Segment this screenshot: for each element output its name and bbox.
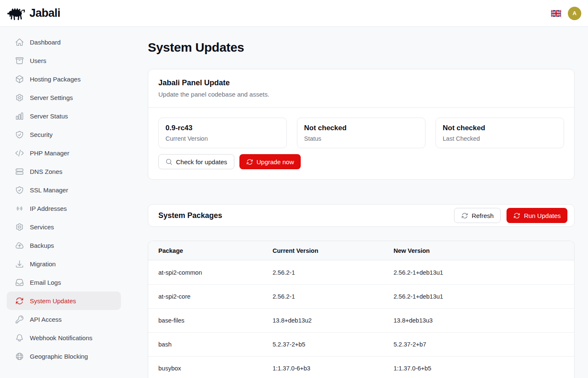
shield-check-icon — [15, 186, 24, 194]
sidebar-item-geographic-blocking[interactable]: Geographic Blocking — [7, 347, 121, 365]
system-packages-header-card: System Packages Refresh Run Updates — [148, 204, 575, 227]
stat-value: Not checked — [443, 124, 557, 132]
refresh-packages-button[interactable]: Refresh — [454, 208, 501, 223]
table-row: base-files13.8+deb13u213.8+deb13u3 — [148, 308, 574, 332]
sidebar-item-label: Security — [30, 131, 52, 138]
globe-icon — [15, 352, 24, 361]
refresh-icon — [15, 297, 24, 305]
brand[interactable]: Jabali — [7, 5, 60, 21]
package-name-cell: at-spi2-common — [148, 269, 262, 276]
sidebar-item-php-manager[interactable]: PHP Manager — [7, 144, 121, 162]
code-icon — [15, 149, 24, 158]
stat-label: Status — [304, 135, 418, 142]
server-stack-icon — [15, 167, 24, 176]
sidebar-item-webhook-notifications[interactable]: Webhook Notifications — [7, 328, 121, 347]
sidebar-item-label: DNS Zones — [30, 168, 63, 175]
refresh-icon — [461, 212, 468, 219]
current-version-cell: 2.56.2-1 — [262, 269, 383, 276]
user-avatar[interactable]: A — [568, 7, 581, 20]
page-title: System Updates — [148, 40, 575, 55]
sidebar-item-dns-zones[interactable]: DNS Zones — [7, 162, 121, 181]
sidebar-item-api-access[interactable]: API Access — [7, 310, 121, 328]
download-icon — [15, 260, 24, 268]
package-name-cell: busybox — [148, 365, 262, 372]
column-header-current-version: Current Version — [262, 247, 383, 254]
package-name-cell: bash — [148, 341, 262, 348]
stat-box-status: Not checkedStatus — [297, 118, 425, 148]
column-header-new-version: New Version — [383, 247, 574, 254]
sidebar-item-migration[interactable]: Migration — [7, 255, 121, 273]
sidebar-item-label: IP Addresses — [30, 205, 67, 212]
sidebar-item-label: Users — [30, 57, 46, 64]
sidebar-item-dashboard[interactable]: Dashboard — [7, 33, 121, 51]
panel-update-title: Jabali Panel Update — [158, 79, 564, 87]
sidebar-item-label: Email Logs — [30, 279, 61, 286]
current-version-cell: 5.2.37-2+b5 — [262, 341, 383, 348]
archive-box-icon — [15, 56, 24, 65]
run-updates-button[interactable]: Run Updates — [507, 208, 567, 223]
panel-update-subtitle: Update the panel codebase and assets. — [158, 91, 564, 98]
refresh-icon — [513, 212, 520, 219]
check-for-updates-button[interactable]: Check for updates — [158, 154, 234, 169]
sidebar-item-label: Geographic Blocking — [30, 353, 88, 360]
cube-icon — [15, 75, 24, 84]
sidebar-item-hosting-packages[interactable]: Hosting Packages — [7, 70, 121, 88]
sidebar-item-label: Server Status — [30, 113, 68, 120]
gear-icon — [15, 93, 24, 102]
gear-icon — [15, 223, 24, 231]
table-row: at-spi2-common2.56.2-12.56.2-1+deb13u1 — [148, 260, 574, 284]
sidebar-item-users[interactable]: Users — [7, 51, 121, 70]
sidebar-item-label: Services — [30, 223, 54, 231]
new-version-cell: 2.56.2-1+deb13u1 — [383, 293, 574, 300]
signal-icon — [15, 204, 24, 213]
version-stats: 0.9-rc43Current VersionNot checkedStatus… — [158, 118, 564, 148]
sidebar-item-label: Migration — [30, 260, 56, 268]
stat-value: 0.9-rc43 — [165, 124, 280, 132]
package-name-cell: at-spi2-core — [148, 293, 262, 300]
home-icon — [15, 38, 24, 47]
new-version-cell: 1:1.37.0-6+b5 — [383, 365, 574, 372]
inbox-icon — [15, 278, 24, 287]
search-icon — [165, 158, 173, 165]
topbar: Jabali A — [0, 0, 588, 27]
sidebar-item-system-updates[interactable]: System Updates — [7, 291, 121, 310]
bar-chart-icon — [15, 112, 24, 121]
upgrade-now-button[interactable]: Upgrade now — [239, 154, 301, 169]
sidebar-item-ip-addresses[interactable]: IP Addresses — [7, 199, 121, 218]
sidebar-item-label: Hosting Packages — [30, 76, 81, 83]
stat-label: Current Version — [165, 135, 280, 142]
package-name-cell: base-files — [148, 317, 262, 324]
sidebar-item-services[interactable]: Services — [7, 218, 121, 236]
sidebar-item-label: System Updates — [30, 297, 76, 304]
sidebar-item-ssl-manager[interactable]: SSL Manager — [7, 181, 121, 199]
cloud-upload-icon — [15, 241, 24, 250]
table-row: at-spi2-core2.56.2-12.56.2-1+deb13u1 — [148, 284, 574, 308]
panel-update-card: Jabali Panel Update Update the panel cod… — [148, 69, 575, 180]
new-version-cell: 13.8+deb13u3 — [383, 317, 574, 324]
sidebar-item-server-settings[interactable]: Server Settings — [7, 88, 121, 107]
shield-check-icon — [15, 130, 24, 139]
sidebar-item-security[interactable]: Security — [7, 125, 121, 144]
stat-value: Not checked — [304, 124, 418, 132]
sidebar-item-label: Server Settings — [30, 94, 73, 101]
uk-flag-icon — [551, 10, 561, 17]
table-row: bash5.2.37-2+b55.2.37-2+b7 — [148, 332, 574, 356]
refresh-icon — [246, 158, 253, 165]
boar-logo-icon — [7, 5, 26, 21]
system-packages-title: System Packages — [158, 211, 222, 220]
sidebar-item-backups[interactable]: Backups — [7, 236, 121, 255]
language-flag-button[interactable] — [551, 10, 561, 17]
key-icon — [15, 315, 24, 324]
main-content: System Updates Jabali Panel Update Updat… — [128, 27, 588, 378]
packages-table-header: Package Current Version New Version — [148, 241, 574, 260]
stat-box-last-checked: Not checkedLast Checked — [436, 118, 564, 148]
sidebar-item-email-logs[interactable]: Email Logs — [7, 273, 121, 291]
stat-box-current-version: 0.9-rc43Current Version — [158, 118, 287, 148]
sidebar-item-label: Webhook Notifications — [30, 334, 92, 341]
stat-label: Last Checked — [443, 135, 557, 142]
current-version-cell: 1:1.37.0-6+b3 — [262, 365, 383, 372]
sidebar-item-label: SSL Manager — [30, 186, 68, 194]
sidebar: DashboardUsersHosting PackagesServer Set… — [0, 27, 128, 378]
sidebar-item-server-status[interactable]: Server Status — [7, 107, 121, 125]
sidebar-item-label: API Access — [30, 316, 62, 323]
